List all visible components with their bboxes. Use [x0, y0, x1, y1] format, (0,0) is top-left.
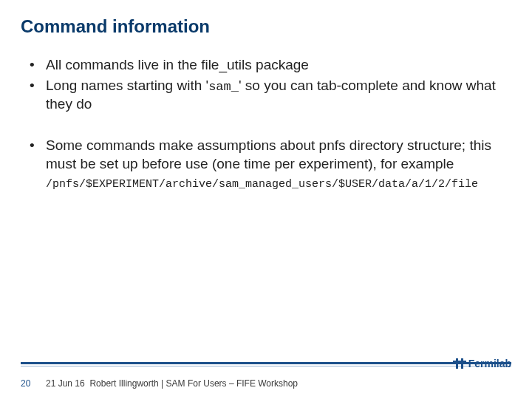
spacer — [21, 116, 511, 137]
bullet-item: Long names starting with 'sam_' so you c… — [30, 77, 511, 113]
slide-title: Command information — [21, 16, 511, 37]
inline-code: sam_ — [208, 80, 239, 94]
fermilab-logo-icon — [453, 358, 466, 369]
footer-rule — [21, 362, 511, 366]
bullet-item: All commands live in the file_utils pack… — [30, 56, 511, 74]
bullet-text: Some commands make assumptions about pnf… — [46, 137, 491, 171]
footer-meta: 21 Jun 16 Robert Illingworth | SAM For U… — [46, 378, 298, 389]
slide-number: 20 — [21, 378, 30, 389]
rule-secondary — [21, 366, 511, 366]
rule-primary — [21, 362, 511, 364]
footer: Fermilab 20 21 Jun 16 Robert Illingworth… — [0, 358, 532, 399]
svg-rect-0 — [453, 361, 466, 363]
footer-attribution: Robert Illingworth | SAM For Users – FIF… — [89, 378, 298, 389]
slide: Command information All commands live in… — [0, 0, 532, 399]
svg-rect-1 — [456, 358, 458, 369]
svg-rect-2 — [461, 358, 463, 369]
fermilab-logo: Fermilab — [453, 358, 511, 369]
fermilab-logo-text: Fermilab — [468, 358, 511, 369]
bullet-list: All commands live in the file_utils pack… — [21, 56, 511, 113]
bullet-text-pre: Long names starting with ' — [46, 78, 208, 93]
bullet-list: Some commands make assumptions about pnf… — [21, 137, 511, 173]
slide-body: All commands live in the file_utils pack… — [21, 56, 511, 191]
bullet-item: Some commands make assumptions about pnf… — [30, 137, 511, 173]
footer-date: 21 Jun 16 — [46, 378, 85, 389]
code-path: /pnfs/$EXPERIMENT/archive/sam_managed_us… — [46, 177, 511, 191]
bullet-text: All commands live in the file_utils pack… — [46, 57, 309, 72]
